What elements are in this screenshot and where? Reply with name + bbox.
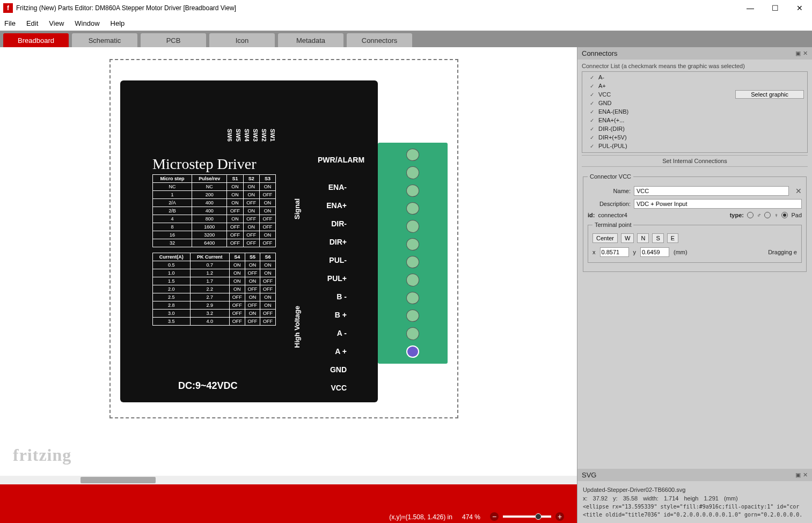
horizontal-scrollbar[interactable]	[0, 476, 577, 484]
high-voltage-label: High Voltage	[293, 306, 301, 348]
checkmark-icon: ✓	[590, 152, 596, 153]
north-button[interactable]: N	[637, 233, 649, 243]
maximize-button[interactable]: ☐	[763, 0, 787, 16]
part-graphic[interactable]: SW6SW5SW4SW3SW2SW1 Microstep Driver PWR/…	[109, 59, 458, 418]
type-female-radio[interactable]	[764, 212, 771, 218]
connector-name: ENA-(ENB)	[598, 108, 804, 115]
terminal-pin[interactable]	[406, 238, 419, 251]
svg-width-label: width:	[643, 495, 659, 502]
connector-list-item[interactable]: ✓A+	[582, 82, 807, 90]
clear-name-icon[interactable]: ✕	[795, 187, 802, 195]
y-label: y	[633, 249, 637, 255]
checkmark-icon: ✓	[590, 83, 596, 89]
west-button[interactable]: W	[621, 233, 634, 243]
terminal-pin-vcc[interactable]	[406, 345, 419, 358]
terminal-pin[interactable]	[406, 256, 419, 268]
tab-schematic[interactable]: Schematic	[72, 33, 137, 47]
terminal-pin[interactable]	[406, 327, 419, 340]
name-input[interactable]	[634, 186, 789, 196]
menu-edit[interactable]: Edit	[26, 19, 38, 27]
svg-x-value: 37.92	[593, 495, 608, 502]
connector-list-item[interactable]: ✓PUL-(PUL)	[582, 142, 807, 150]
terminal-pin[interactable]	[406, 292, 419, 304]
svg-section: Updated-Stepper-Driver02-TB6600.svg x:37…	[577, 481, 812, 523]
zoom-thumb[interactable]	[535, 513, 542, 520]
terminal-pin[interactable]	[406, 202, 419, 215]
scrollbar-thumb[interactable]	[81, 477, 156, 483]
connector-list-item[interactable]: ✓PUL+(+5V)	[582, 150, 807, 153]
svg-y-value: 35.58	[623, 495, 638, 502]
id-value: connector4	[598, 212, 627, 218]
description-input[interactable]	[634, 199, 802, 209]
connector-list-item[interactable]: ✓ENA-(ENB)	[582, 107, 807, 116]
connector-list[interactable]: ✓A-✓A+✓VCCSelect graphic✓GND✓ENA-(ENB)✓E…	[582, 71, 808, 153]
type-male-symbol: ♂	[757, 212, 761, 218]
svg-code-line: <title oldid="title7036" id="0.2.0.0.0.0…	[583, 512, 807, 518]
connector-list-item[interactable]: ✓A-	[582, 73, 807, 82]
select-graphic-button[interactable]: Select graphic	[735, 90, 804, 99]
type-pad-radio[interactable]	[781, 212, 788, 218]
x-input[interactable]	[600, 247, 629, 257]
terminal-pin[interactable]	[406, 274, 419, 286]
close-button[interactable]: ✕	[787, 0, 812, 16]
menu-bar: File Edit View Window Help	[0, 16, 812, 31]
connectors-header: Connectors ▣ ✕	[577, 47, 812, 60]
south-button[interactable]: S	[652, 233, 663, 243]
menu-help[interactable]: Help	[111, 19, 125, 27]
terminal-pin[interactable]	[406, 185, 419, 197]
checkmark-icon: ✓	[590, 109, 596, 115]
tab-icon[interactable]: Icon	[209, 33, 275, 47]
minimize-button[interactable]: —	[738, 0, 763, 16]
svg-code-line: <ellipse rx="13.595339" style="fill:#9a9…	[583, 504, 807, 510]
tab-connectors[interactable]: Connectors	[347, 33, 412, 47]
unit-label: (mm)	[674, 249, 687, 255]
checkmark-icon: ✓	[590, 143, 596, 149]
menu-view[interactable]: View	[49, 19, 64, 27]
y-input[interactable]	[640, 247, 669, 257]
svg-width-value: 1.714	[664, 495, 679, 502]
connector-list-item[interactable]: ✓DIR+(+5V)	[582, 133, 807, 142]
connector-list-item[interactable]: ✓DIR-(DIR)	[582, 124, 807, 133]
fritzing-watermark: fritzing	[13, 445, 71, 465]
east-button[interactable]: E	[667, 233, 678, 243]
menu-file[interactable]: File	[4, 19, 16, 27]
right-panel: Connectors ▣ ✕ Connector List (a checkma…	[577, 47, 812, 523]
terminal-point-group: Terminal point Center W N S E x y (mm)	[588, 222, 802, 263]
connector-name: GND	[598, 100, 804, 106]
zoom-in-button[interactable]: +	[555, 512, 564, 521]
zoom-track[interactable]	[503, 515, 551, 518]
zoom-slider[interactable]: − +	[490, 512, 564, 521]
zoom-readout: 474 %	[462, 513, 480, 521]
undock-icon[interactable]: ▣	[795, 50, 801, 57]
terminal-point-legend: Terminal point	[592, 222, 633, 228]
svg-header: SVG ▣ ✕	[577, 469, 812, 481]
terminal-pin[interactable]	[406, 310, 419, 322]
canvas-pane[interactable]: SW6SW5SW4SW3SW2SW1 Microstep Driver PWR/…	[0, 47, 577, 523]
connector-list-hint: Connector List (a checkmark means the gr…	[582, 63, 808, 69]
pwr-alarm-label: PWR/ALARM	[318, 156, 364, 164]
menu-window[interactable]: Window	[75, 19, 99, 27]
tab-metadata[interactable]: Metadata	[278, 33, 343, 47]
set-internal-connections-button[interactable]: Set Internal Connections	[582, 155, 808, 167]
connector-list-item[interactable]: ✓ENA+(+...	[582, 116, 807, 124]
connector-list-item[interactable]: ✓GND	[582, 99, 807, 107]
terminal-pin[interactable]	[406, 220, 419, 232]
close-panel-icon[interactable]: ✕	[803, 50, 808, 57]
svg-filename: Updated-Stepper-Driver02-TB6600.svg	[583, 487, 807, 493]
connector-detail-group: Connector VCC Name: ✕ Description: id: c…	[583, 173, 807, 272]
svg-height-value: 1.291	[704, 495, 719, 502]
center-button[interactable]: Center	[592, 233, 618, 243]
tab-breadboard[interactable]: Breadboard	[3, 33, 69, 47]
tab-pcb[interactable]: PCB	[141, 33, 206, 47]
close-svg-icon[interactable]: ✕	[803, 472, 808, 478]
undock-svg-icon[interactable]: ▣	[795, 472, 801, 478]
terminal-block	[378, 143, 448, 364]
terminal-pin[interactable]	[406, 166, 419, 179]
terminal-pin[interactable]	[406, 149, 419, 161]
type-male-radio[interactable]	[747, 212, 754, 218]
svg-x-label: x:	[583, 495, 588, 502]
connector-list-item[interactable]: ✓VCCSelect graphic	[582, 90, 807, 99]
connector-name: PUL-(PUL)	[598, 143, 804, 149]
description-label: Description:	[588, 201, 631, 207]
zoom-out-button[interactable]: −	[490, 512, 499, 521]
